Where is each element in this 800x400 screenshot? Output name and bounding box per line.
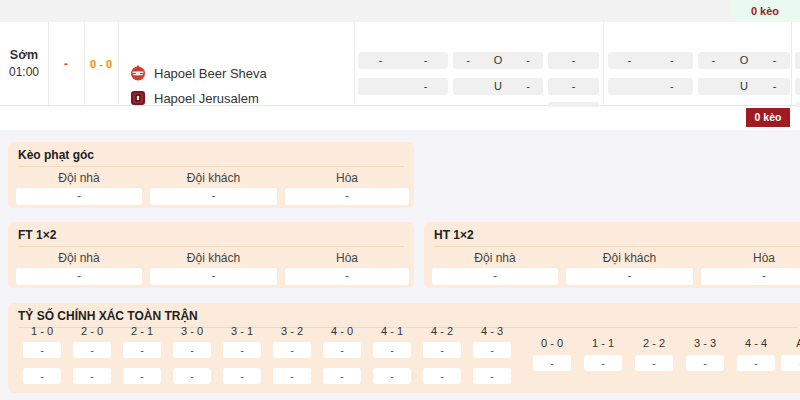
ft-1x2-grid: Đội nhà Đội khách Hòa - - - bbox=[8, 247, 414, 285]
column-divider bbox=[354, 22, 355, 106]
draw-score-odds-cell[interactable]: - bbox=[635, 355, 673, 371]
odds-count-button[interactable]: 0 kèo bbox=[746, 108, 790, 127]
section-title: Kèo phạt góc bbox=[18, 148, 404, 162]
ft-home-odds[interactable]: - bbox=[16, 268, 142, 285]
corner-away-odds[interactable]: - bbox=[150, 188, 277, 205]
score-column: 2 - 0 bbox=[72, 325, 112, 338]
draw-score-odds-cell[interactable]: - bbox=[584, 355, 622, 371]
ft-1x2-section: FT 1×2 Đội nhà Đội khách Hòa - - - bbox=[8, 222, 414, 288]
match-time-cell: Sớm 01:00 bbox=[0, 22, 48, 106]
draw-score-odds-cell[interactable]: - bbox=[781, 355, 800, 371]
score-header: 3 - 0 bbox=[172, 325, 212, 338]
score-column: 4 - 2 bbox=[422, 325, 462, 338]
section-title: FT 1×2 bbox=[18, 228, 404, 242]
score-header: 4 - 0 bbox=[322, 325, 362, 338]
score-odds-cell[interactable]: - bbox=[373, 342, 411, 358]
home-column-header: Đội nhà bbox=[16, 251, 142, 266]
score-odds-cell[interactable]: - bbox=[373, 368, 411, 384]
odds-count-badge[interactable]: 0 kèo bbox=[730, 0, 800, 22]
corner-home-odds[interactable]: - bbox=[16, 188, 142, 205]
away-column-header: Đội khách bbox=[566, 251, 693, 266]
score-odds-cell[interactable]: - bbox=[73, 368, 111, 384]
score-odds-cell[interactable]: - bbox=[123, 342, 161, 358]
odds-box-ht-hdp-row1[interactable]: - - bbox=[608, 52, 693, 69]
odds-value: - bbox=[513, 78, 543, 95]
away-column-header: Đội khách bbox=[150, 171, 277, 186]
corner-odds-grid: Đội nhà Đội khách Hòa - - - bbox=[8, 167, 414, 205]
score-header: 2 - 0 bbox=[72, 325, 112, 338]
betting-odds-page: 0 kèo Sớm 01:00 - 0 - 0 Hapoel Beer Sh bbox=[0, 0, 800, 400]
score-odds-cell[interactable]: - bbox=[323, 368, 361, 384]
draw-score-column: 2 - 2 bbox=[634, 337, 674, 350]
away-column-header: Đội khách bbox=[150, 251, 277, 266]
home-team-logo-icon bbox=[130, 65, 146, 81]
score-column: 2 - 1 bbox=[122, 325, 162, 338]
section-title: TỶ SỐ CHÍNH XÁC TOÀN TRẬN bbox=[18, 309, 798, 323]
home-column-header: Đội nhà bbox=[432, 251, 558, 266]
odds-box-ft-ou-under[interactable]: U - bbox=[453, 78, 543, 95]
odds-box-ft-hdp-row2[interactable]: - bbox=[358, 78, 448, 95]
score-header: 3 - 1 bbox=[222, 325, 262, 338]
draw-column-header: Hòa bbox=[285, 171, 409, 186]
score-header: 4 - 1 bbox=[372, 325, 412, 338]
corner-draw-odds[interactable]: - bbox=[285, 188, 409, 205]
draw-score-odds-cell[interactable]: - bbox=[686, 355, 724, 371]
odds-box-ht-ou-over[interactable]: - O - bbox=[698, 52, 790, 69]
score-odds-cell[interactable]: - bbox=[423, 368, 461, 384]
score-odds-cell[interactable]: - bbox=[123, 368, 161, 384]
score-odds-cell[interactable]: - bbox=[173, 368, 211, 384]
ht-draw-odds[interactable]: - bbox=[701, 268, 800, 285]
draw-score-odds-cell[interactable]: - bbox=[737, 355, 775, 371]
home-team-name: Hapoel Beer Sheva bbox=[154, 66, 267, 81]
score-header: A bbox=[780, 337, 800, 350]
odds-box-ft-1x2-home[interactable]: - bbox=[548, 52, 599, 69]
ft-draw-odds[interactable]: - bbox=[285, 268, 409, 285]
score-header: 0 - 0 bbox=[532, 337, 572, 350]
score-odds-cell[interactable]: - bbox=[223, 342, 261, 358]
ht-away-odds[interactable]: - bbox=[566, 268, 693, 285]
exact-score-section: TỶ SỐ CHÍNH XÁC TOÀN TRẬN 1 - 0 2 - 0 2 … bbox=[8, 303, 800, 393]
draw-column-header: Hòa bbox=[285, 251, 409, 266]
score-odds-cell[interactable]: - bbox=[323, 342, 361, 358]
odds-box-ht-1x2-home[interactable] bbox=[795, 52, 800, 69]
odds-box-ht-ou-under[interactable]: U - bbox=[698, 78, 790, 95]
draw-score-odds-cell[interactable]: - bbox=[533, 355, 571, 371]
score-odds-cell[interactable]: - bbox=[73, 342, 111, 358]
ht-home-odds[interactable]: - bbox=[432, 268, 558, 285]
away-team-logo-icon bbox=[130, 90, 146, 106]
odds-value: - bbox=[608, 52, 651, 69]
score-header: 4 - 4 bbox=[736, 337, 776, 350]
footer-strip bbox=[0, 107, 800, 130]
score-odds-cell[interactable]: - bbox=[23, 368, 61, 384]
odds-value: - bbox=[358, 52, 403, 69]
score-odds-cell[interactable]: - bbox=[473, 342, 511, 358]
score-odds-cell[interactable]: - bbox=[23, 342, 61, 358]
away-team-row[interactable]: Hapoel Jerusalem bbox=[130, 89, 259, 107]
score-odds-cell[interactable]: - bbox=[423, 342, 461, 358]
ht-1x2-section: HT 1×2 Đội nhà Đội khách Hòa - - - bbox=[424, 222, 800, 288]
odds-box-ft-hdp-row1[interactable]: - - bbox=[358, 52, 448, 69]
column-divider bbox=[603, 22, 604, 106]
kickoff-time: 01:00 bbox=[9, 64, 39, 81]
section-title: HT 1×2 bbox=[434, 228, 800, 242]
ft-away-odds[interactable]: - bbox=[150, 268, 277, 285]
odds-box-ft-1x2-away[interactable]: - bbox=[548, 78, 599, 95]
odds-box-ft-ou-over[interactable]: - O - bbox=[453, 52, 543, 69]
odds-box-ht-1x2-away[interactable] bbox=[795, 78, 800, 95]
over-label: O bbox=[483, 52, 513, 69]
odds-box-ht-hdp-row2[interactable]: - bbox=[608, 78, 693, 95]
score-odds-cell[interactable]: - bbox=[173, 342, 211, 358]
home-team-row[interactable]: Hapoel Beer Sheva bbox=[130, 64, 267, 82]
draw-score-column: 1 - 1 bbox=[583, 337, 623, 350]
odds-value: - bbox=[698, 52, 729, 69]
score-odds-cell[interactable]: - bbox=[473, 368, 511, 384]
under-label: U bbox=[483, 78, 513, 95]
score-column: 3 - 1 bbox=[222, 325, 262, 338]
score-column: 1 - 0 bbox=[22, 325, 62, 338]
odds-value: - bbox=[759, 78, 790, 95]
odds-value: - bbox=[453, 52, 483, 69]
ht-1x2-grid: Đội nhà Đội khách Hòa - - - bbox=[424, 247, 800, 285]
score-odds-cell[interactable]: - bbox=[273, 342, 311, 358]
score-odds-cell[interactable]: - bbox=[223, 368, 261, 384]
score-odds-cell[interactable]: - bbox=[273, 368, 311, 384]
